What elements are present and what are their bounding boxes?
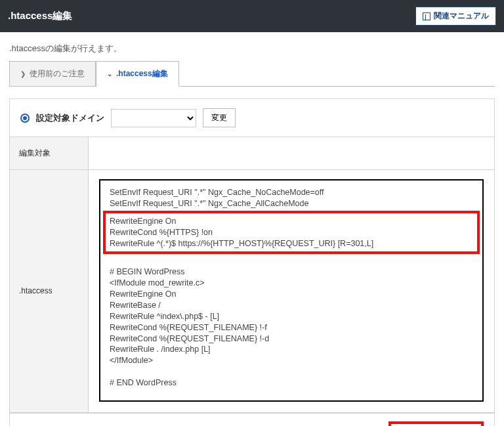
domain-label: 設定対象ドメイン [36, 112, 104, 124]
domain-select[interactable] [111, 109, 196, 127]
page-header: .htaccess編集 関連マニュアル [0, 0, 504, 32]
chevron-down-icon: ⌄ [107, 70, 112, 77]
code-block-top: SetEnvIf Request_URI ".*" Ngx_Cache_NoCa… [110, 188, 324, 208]
domain-radio[interactable] [20, 114, 30, 123]
htaccess-label: .htaccess [10, 170, 89, 413]
panel-footer: 確認画面へ進む [10, 413, 494, 426]
change-domain-button[interactable]: 変更 [203, 108, 236, 127]
page-description: .htaccessの編集が行えます。 [0, 32, 504, 61]
related-manual-label: 関連マニュアル [434, 11, 489, 22]
tab-htaccess-edit[interactable]: ⌄ .htaccess編集 [96, 61, 179, 87]
edit-target-label: 編集対象 [10, 137, 89, 170]
code-block-highlight: RewriteEngine On RewriteCond %{HTTPS} !o… [106, 213, 477, 252]
code-block-bottom: # BEGIN WordPress <IfModule mod_rewrite.… [110, 267, 269, 387]
form-table: 編集対象 .htaccess SetEnvIf Request_URI ".*"… [10, 137, 494, 413]
confirm-highlight: 確認画面へ進む [388, 421, 484, 426]
htaccess-editor-cell: SetEnvIf Request_URI ".*" Ngx_Cache_NoCa… [89, 170, 494, 413]
edit-target-value [89, 137, 494, 170]
tab-notice-label: 使用前のご注意 [30, 68, 85, 79]
page-title: .htaccess編集 [8, 10, 72, 22]
htaccess-textarea[interactable]: SetEnvIf Request_URI ".*" Ngx_Cache_NoCa… [99, 179, 484, 402]
tab-notice[interactable]: ❯ 使用前のご注意 [9, 61, 96, 86]
book-icon [423, 12, 430, 20]
tab-edit-label: .htaccess編集 [116, 68, 168, 79]
related-manual-button[interactable]: 関連マニュアル [415, 7, 496, 26]
domain-row: 設定対象ドメイン 変更 [10, 99, 494, 137]
tab-bar: ❯ 使用前のご注意 ⌄ .htaccess編集 [9, 61, 495, 87]
chevron-right-icon: ❯ [20, 70, 26, 77]
main-panel: 設定対象ドメイン 変更 編集対象 .htaccess SetEnvIf Requ… [9, 98, 495, 426]
